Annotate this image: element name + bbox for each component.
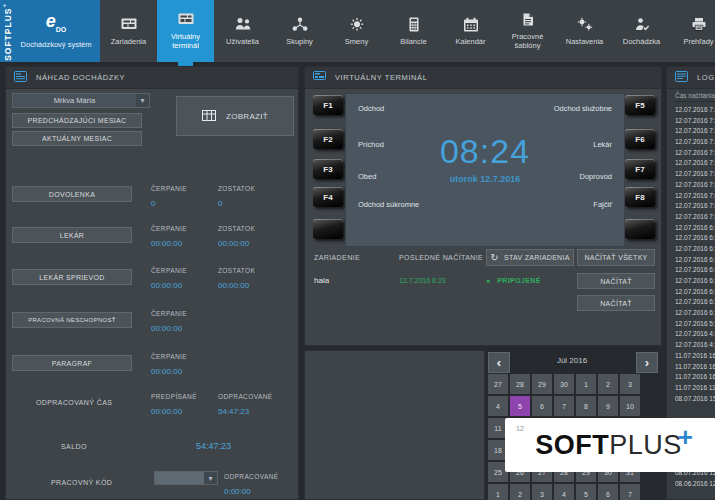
- calendar-day[interactable]: 4: [554, 484, 574, 500]
- log-row[interactable]: 12.07.2016 7:10: [675, 158, 715, 169]
- calendar-day[interactable]: 3: [532, 484, 552, 500]
- calendar-prev-button[interactable]: ‹: [488, 352, 510, 373]
- calendar-next-button[interactable]: ›: [636, 352, 658, 373]
- sick-usage-value: 00:00:00: [151, 324, 182, 333]
- fkey-f3[interactable]: F3: [313, 159, 343, 179]
- tab-dochadzka[interactable]: Dochádzka: [613, 0, 670, 62]
- fkey-f5[interactable]: F5: [625, 95, 655, 115]
- calendar-day[interactable]: 6: [598, 484, 618, 500]
- fkey-blank-left[interactable]: [313, 219, 343, 239]
- log-row[interactable]: 12.07.2016 4:43: [675, 340, 715, 351]
- doctor-button[interactable]: LEKÁR: [12, 227, 132, 243]
- calendar-day[interactable]: 5: [510, 396, 530, 416]
- fkey-f1[interactable]: F1: [313, 95, 343, 115]
- calendar-day[interactable]: 28: [510, 374, 530, 394]
- log-row[interactable]: 12.07.2016 7:05: [675, 191, 715, 202]
- calendar-day[interactable]: 2: [598, 374, 618, 394]
- fkey-f7[interactable]: F7: [625, 159, 655, 179]
- log-row[interactable]: 12.07.2016 6:30: [675, 308, 715, 319]
- log-row[interactable]: 12.07.2016 7:13: [675, 148, 715, 159]
- calendar-day[interactable]: 4: [488, 396, 508, 416]
- tab-label: Smeny: [343, 37, 370, 46]
- calendar-day[interactable]: 9: [598, 396, 618, 416]
- fkey-blank-right[interactable]: [625, 219, 655, 239]
- tab-kalendar[interactable]: Kalendár: [442, 0, 499, 62]
- work-code-worked-value: 0:00:00: [224, 487, 251, 496]
- sick-leave-button[interactable]: PRACOVNÁ NESCHOPNOSŤ: [12, 312, 132, 328]
- calendar-day[interactable]: 10: [620, 396, 640, 416]
- load-all-button[interactable]: NAČÍTAŤ VŠETKY: [577, 249, 655, 266]
- log-row[interactable]: 11.07.2016 16:02: [675, 372, 715, 383]
- calendar-day[interactable]: 30: [554, 374, 574, 394]
- calendar-day[interactable]: 7: [554, 396, 574, 416]
- calendar-day[interactable]: 1: [576, 374, 596, 394]
- log-row[interactable]: 12.07.2016 6:44: [675, 255, 715, 266]
- log-row[interactable]: 11.07.2016 11:58: [675, 383, 715, 394]
- usage-header: ČERPANIE: [151, 310, 187, 317]
- tab-prehlady[interactable]: Prehľady: [670, 0, 715, 62]
- tab-pracovne-sablony[interactable]: Pracovné šablóny: [499, 0, 556, 62]
- calendar-day[interactable]: 1: [488, 484, 508, 500]
- log-row[interactable]: [675, 404, 715, 415]
- work-code-select[interactable]: ▾: [154, 471, 218, 485]
- show-button[interactable]: ZOBRAZIŤ: [176, 96, 294, 136]
- current-month-button[interactable]: AKTUÁLNY MESIAC: [12, 131, 142, 146]
- log-row[interactable]: 12.07.2016 4:57: [675, 329, 715, 340]
- log-row[interactable]: 12.07.2016 7:07: [675, 180, 715, 191]
- fkey-f8[interactable]: F8: [625, 187, 655, 207]
- log-row[interactable]: 12.07.2016 7:22: [675, 126, 715, 137]
- log-row[interactable]: 08.06.2016 12:13: [675, 479, 715, 490]
- tab-virtualny-terminal[interactable]: Virtuálny terminál: [157, 0, 214, 62]
- person-check-icon: [633, 17, 651, 34]
- log-row[interactable]: 11.07.2016 16:18: [675, 351, 715, 362]
- employee-select[interactable]: Mrkva Mária ▾: [12, 93, 150, 108]
- log-row[interactable]: 12.07.2016 7:05: [675, 201, 715, 212]
- tab-nastavenia[interactable]: Nastavenia: [556, 0, 613, 62]
- calendar-day[interactable]: 3: [620, 374, 640, 394]
- calendar-day[interactable]: 8: [576, 396, 596, 416]
- log-row[interactable]: 12.07.2016 7:07: [675, 169, 715, 180]
- log-row[interactable]: 12.07.2016 7:23: [675, 116, 715, 127]
- device-status-button[interactable]: ↻ STAV ZARIADENIA: [486, 249, 574, 266]
- tab-smeny[interactable]: Smeny: [328, 0, 385, 62]
- tab-skupiny[interactable]: Skupiny: [271, 0, 328, 62]
- log-row[interactable]: 12.07.2016 6:54: [675, 223, 715, 234]
- calendar-day[interactable]: 12: [510, 418, 530, 438]
- log-row[interactable]: 08.07.2016 15:32: [675, 394, 715, 405]
- tab-bilancie[interactable]: Bilancie: [385, 0, 442, 62]
- doctor-remaining-value: 00:00:00: [218, 239, 249, 248]
- calendar-day[interactable]: 6: [532, 396, 552, 416]
- log-row[interactable]: 12.07.2016 7:02: [675, 212, 715, 223]
- load-device-button[interactable]: NAČÍTAŤ: [577, 295, 655, 311]
- brand-block[interactable]: SOFTPLUS+ eDO Dochádzkový systém: [0, 0, 100, 62]
- vacation-button[interactable]: DOVOLENKA: [12, 186, 132, 202]
- fkey-f6[interactable]: F6: [625, 129, 655, 149]
- fkey-f2[interactable]: F2: [313, 129, 343, 149]
- log-row[interactable]: 12.07.2016 6:53: [675, 244, 715, 255]
- calendar-day[interactable]: 29: [532, 374, 552, 394]
- log-row[interactable]: 12.07.2016 6:41: [675, 287, 715, 298]
- calendar-day[interactable]: 2: [510, 484, 530, 500]
- previous-month-button[interactable]: PREDCHÁDZAJÚCI MESIAC: [12, 113, 142, 128]
- log-row[interactable]: 12.07.2016 5:57: [675, 319, 715, 330]
- calendar-day[interactable]: 5: [576, 484, 596, 500]
- calendar-day[interactable]: 7: [620, 484, 640, 500]
- show-button-label: ZOBRAZIŤ: [226, 112, 268, 121]
- tab-zariadenia[interactable]: Zariadenia: [100, 0, 157, 62]
- fkey-f4[interactable]: F4: [313, 187, 343, 207]
- doctor-escort-button[interactable]: LEKÁR SPRIEVOD: [12, 269, 132, 285]
- terminal-panel: VIRTUÁLNY TERMINÁL F1 F2 F3 F4 F5 F6 F7 …: [304, 66, 662, 346]
- usage-header: ČERPANIE: [151, 185, 187, 192]
- paragraph-button[interactable]: PARAGRAF: [12, 355, 132, 371]
- tab-uzivatelia[interactable]: Užívatelia: [214, 0, 271, 62]
- calendar-day[interactable]: 27: [488, 374, 508, 394]
- log-row[interactable]: 12.07.2016 6:43: [675, 276, 715, 287]
- log-row[interactable]: 12.07.2016 7:24: [675, 105, 715, 116]
- load-device-button[interactable]: NAČÍTAŤ: [577, 273, 655, 289]
- log-row[interactable]: 12.07.2016 6:54: [675, 233, 715, 244]
- log-row[interactable]: 11.07.2016 16:08: [675, 362, 715, 373]
- log-row[interactable]: 12.07.2016 7:22: [675, 137, 715, 148]
- terminal-screen: Odchod Príchod Obed Odchod súkromne Odch…: [345, 93, 625, 247]
- log-row[interactable]: 12.07.2016 6:36: [675, 297, 715, 308]
- log-row[interactable]: 12.07.2016 6:44: [675, 265, 715, 276]
